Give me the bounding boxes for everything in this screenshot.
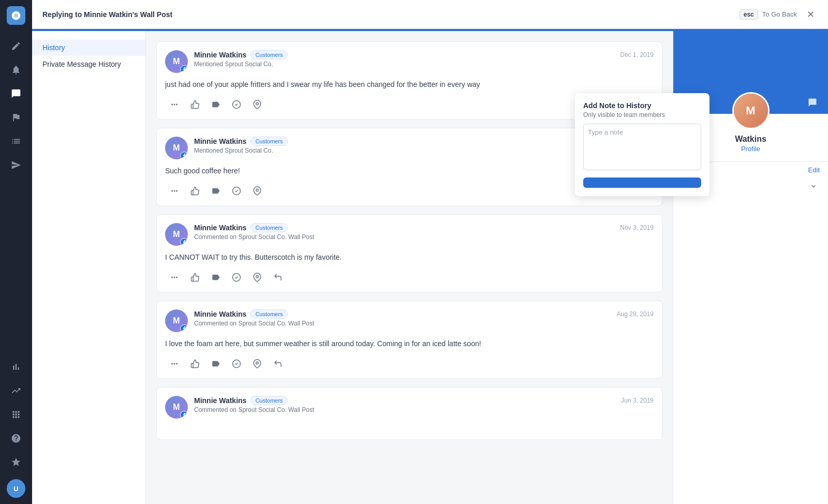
- facebook-icon: [180, 238, 188, 246]
- post-author: Minnie Watkins: [194, 51, 246, 59]
- messages-icon[interactable]: [5, 83, 27, 105]
- feeds-icon[interactable]: [5, 130, 27, 152]
- like-button[interactable]: [186, 182, 204, 200]
- note-textarea[interactable]: [583, 124, 701, 170]
- pin-button[interactable]: [248, 268, 267, 287]
- profile-avatar-wrap: M: [732, 92, 770, 129]
- post-subtitle: Commented on Sprout Social Co. Wall Post: [194, 406, 654, 413]
- close-button[interactable]: ✕: [803, 7, 818, 22]
- post-body: I CANNOT WAIT to try this. Butterscotch …: [157, 246, 662, 263]
- private-message-history-nav-item[interactable]: Private Message History: [32, 56, 145, 72]
- history-nav-item[interactable]: History: [32, 39, 145, 56]
- notifications-icon[interactable]: [5, 59, 27, 81]
- post-date: Aug 28, 2019: [617, 310, 654, 318]
- post-avatar: M: [165, 223, 188, 246]
- pin-button[interactable]: [248, 354, 267, 373]
- compose-icon[interactable]: [5, 35, 27, 57]
- post-date: Jun 3, 2019: [621, 397, 654, 404]
- note-popup-subtitle: Only visible to team members: [583, 111, 701, 118]
- customer-tag: Customers: [250, 396, 287, 405]
- post-subtitle: Mentioned Sprout Social Co.: [194, 61, 654, 68]
- more-options-button[interactable]: [165, 268, 184, 287]
- publishing-icon[interactable]: [5, 154, 27, 176]
- svg-point-1: [256, 102, 259, 105]
- help-icon[interactable]: [5, 427, 27, 449]
- post-avatar: M: [165, 396, 188, 419]
- post-avatar: M: [165, 50, 188, 73]
- post-author: Minnie Watkins: [194, 310, 246, 318]
- post-body: [157, 419, 662, 439]
- tasks-icon[interactable]: [5, 107, 27, 128]
- edit-profile-link[interactable]: Edit: [808, 166, 820, 174]
- post-author: Minnie Watkins: [194, 396, 246, 405]
- facebook-icon: [180, 65, 188, 73]
- tag-button[interactable]: [206, 95, 225, 114]
- post-subtitle: Commented on Sprout Social Co. Wall Post: [194, 233, 654, 241]
- reports-icon[interactable]: [5, 356, 27, 378]
- post-meta: Minnie Watkins Customers Jun 3, 2019 Com…: [194, 396, 654, 413]
- star-icon[interactable]: [5, 451, 27, 473]
- customer-tag: Customers: [250, 137, 287, 146]
- complete-button[interactable]: [227, 268, 246, 287]
- esc-hint: esc To Go Back: [740, 9, 797, 20]
- post-author: Minnie Watkins: [194, 137, 246, 145]
- post-actions: [157, 263, 662, 292]
- complete-button[interactable]: [227, 182, 246, 200]
- tag-button[interactable]: [206, 268, 225, 287]
- post-avatar: M: [165, 137, 188, 159]
- app-logo[interactable]: [7, 6, 25, 25]
- like-button[interactable]: [186, 95, 204, 114]
- post-body: just had one of your apple fritters and …: [157, 73, 662, 90]
- customer-tag: Customers: [250, 223, 287, 232]
- profile-avatar: M: [732, 92, 770, 129]
- sidebar: U: [0, 0, 32, 504]
- post-meta: Minnie Watkins Customers Aug 28, 2019 Co…: [194, 309, 654, 327]
- post-meta: Minnie Watkins Customers Nov 3, 2019 Com…: [194, 223, 654, 241]
- more-options-button[interactable]: [165, 95, 184, 114]
- tag-button[interactable]: [206, 182, 225, 200]
- message-profile-icon[interactable]: [805, 95, 820, 110]
- post-card: M Minnie Watkins Customers Nov 3, 2019 C…: [156, 214, 662, 292]
- more-options-button[interactable]: [165, 182, 184, 200]
- note-popup-title: Add Note to History: [583, 101, 701, 110]
- save-note-button[interactable]: [583, 177, 701, 188]
- facebook-icon: [180, 152, 188, 159]
- right-panel: M Add Note to History Only visible to te…: [673, 31, 828, 504]
- complete-button[interactable]: [227, 354, 246, 373]
- reply-button[interactable]: [269, 354, 287, 373]
- view-profile-link[interactable]: Profile: [741, 145, 760, 153]
- post-author: Minnie Watkins: [194, 224, 246, 232]
- like-button[interactable]: [186, 268, 204, 287]
- facebook-icon: [180, 411, 188, 419]
- reply-button[interactable]: [269, 268, 287, 287]
- svg-point-3: [256, 189, 259, 191]
- main-area: Replying to Minnie Watkin's Wall Post es…: [32, 0, 828, 504]
- customer-tag: Customers: [250, 50, 287, 60]
- esc-badge: esc: [740, 9, 758, 20]
- post-card: M Minnie Watkins Customers Aug 28, 2019 …: [156, 301, 662, 379]
- user-avatar[interactable]: U: [7, 479, 25, 498]
- svg-point-7: [256, 362, 259, 364]
- add-note-popup: Add Note to History Only visible to team…: [575, 93, 709, 196]
- topbar: Replying to Minnie Watkin's Wall Post es…: [32, 0, 828, 29]
- post-subtitle: Commented on Sprout Social Co. Wall Post: [194, 320, 654, 327]
- customer-tag: Customers: [250, 309, 287, 319]
- complete-button[interactable]: [227, 95, 246, 114]
- analytics-icon[interactable]: [5, 380, 27, 402]
- pin-button[interactable]: [248, 95, 267, 114]
- content-row: History Private Message History M Minnie: [32, 31, 828, 504]
- post-card: M Minnie Watkins Customers Jun 3, 2019 C…: [156, 387, 662, 440]
- pin-button[interactable]: [248, 182, 267, 200]
- svg-point-5: [256, 275, 259, 278]
- post-avatar: M: [165, 309, 188, 332]
- chevron-down-button[interactable]: [807, 180, 820, 195]
- post-date: Dec 1, 2019: [620, 51, 654, 58]
- post-meta: Minnie Watkins Customers Dec 1, 2019 Men…: [194, 50, 654, 68]
- back-label: To Go Back: [762, 10, 797, 18]
- like-button[interactable]: [186, 354, 204, 373]
- left-panel: History Private Message History: [32, 31, 146, 504]
- apps-icon[interactable]: [5, 404, 27, 425]
- tag-button[interactable]: [206, 354, 225, 373]
- page-title: Replying to Minnie Watkin's Wall Post: [42, 10, 733, 19]
- more-options-button[interactable]: [165, 354, 184, 373]
